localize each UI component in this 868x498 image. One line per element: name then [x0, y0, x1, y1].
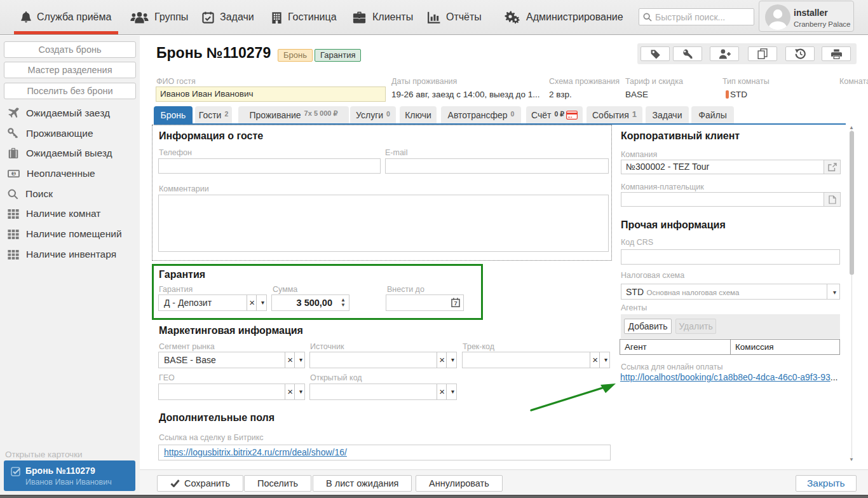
svg-text:1: 1	[13, 171, 15, 176]
svg-text:7: 7	[454, 300, 458, 307]
